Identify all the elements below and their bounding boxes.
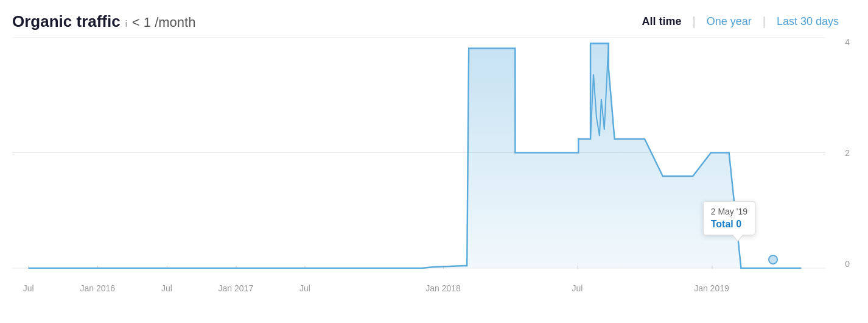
x-label-jan18: Jan 2018 [425,283,461,293]
x-label-jul17: Jul [299,283,310,293]
chart-svg [12,37,825,269]
filter-one-year[interactable]: One year [696,13,763,30]
chart-header: Organic traffic i < 1 /month All time | … [12,12,850,31]
filter-all-time[interactable]: All time [631,13,692,30]
chart-area: 4 2 0 Jul Jan 2016 Jul Jan 2017 Jul Jan … [12,37,850,293]
x-label-jul18: Jul [572,283,583,293]
x-label-jul16: Jul [161,283,172,293]
filter-last-30[interactable]: Last 30 days [766,13,850,30]
y-label-2: 2 [845,148,850,158]
info-icon[interactable]: i [125,19,127,29]
time-filter-group: All time | One year | Last 30 days [631,13,850,30]
title-group: Organic traffic i < 1 /month [12,12,195,31]
y-axis: 4 2 0 [831,37,850,269]
chart-dot [768,255,778,264]
y-label-0: 0 [845,259,850,269]
chart-title: Organic traffic [12,12,121,31]
x-label-jan17: Jan 2017 [219,283,254,293]
x-axis: Jul Jan 2016 Jul Jan 2017 Jul Jan 2018 J… [12,275,825,293]
chart-subtitle: < 1 /month [132,15,196,30]
y-label-4: 4 [845,37,850,47]
x-label-jan19: Jan 2019 [694,283,729,293]
x-label-jan16: Jan 2016 [80,283,115,293]
x-label-jul14: Jul [23,283,34,293]
page-container: Organic traffic i < 1 /month All time | … [0,0,868,323]
